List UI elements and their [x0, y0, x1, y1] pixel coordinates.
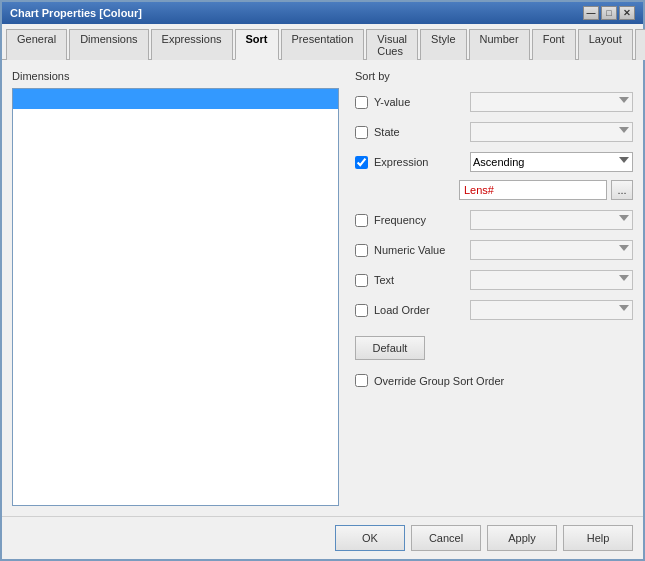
dimensions-label: Dimensions — [12, 70, 339, 82]
browse-button[interactable]: ... — [611, 180, 633, 200]
main-window: Chart Properties [Colour] — □ ✕ General … — [0, 0, 645, 561]
tab-content: Dimensions Sort by Y-value — [2, 60, 643, 516]
tab-caption[interactable]: Caption — [635, 29, 645, 60]
y-value-checkbox[interactable] — [355, 96, 368, 109]
apply-button[interactable]: Apply — [487, 525, 557, 551]
help-button[interactable]: Help — [563, 525, 633, 551]
dimensions-list[interactable] — [12, 88, 339, 506]
minimize-button[interactable]: — — [583, 6, 599, 20]
expression-label: Expression — [374, 156, 464, 168]
text-dropdown[interactable] — [470, 270, 633, 290]
text-checkbox[interactable] — [355, 274, 368, 287]
y-value-label: Y-value — [374, 96, 464, 108]
default-button[interactable]: Default — [355, 336, 425, 360]
footer: OK Cancel Apply Help — [2, 516, 643, 559]
expression-dropdown[interactable]: Ascending Descending — [470, 152, 633, 172]
sort-by-label: Sort by — [355, 70, 633, 82]
title-bar-buttons: — □ ✕ — [583, 6, 635, 20]
expression-input-row: ... — [459, 180, 633, 200]
load-order-dropdown[interactable] — [470, 300, 633, 320]
sort-row-state: State — [355, 122, 633, 142]
right-panel: Sort by Y-value State — [355, 70, 633, 506]
sort-row-frequency: Frequency — [355, 210, 633, 230]
frequency-dropdown[interactable] — [470, 210, 633, 230]
window-title: Chart Properties [Colour] — [10, 7, 142, 19]
sort-row-expression: Expression Ascending Descending — [355, 152, 633, 172]
tab-style[interactable]: Style — [420, 29, 466, 60]
expression-checkbox[interactable] — [355, 156, 368, 169]
title-bar: Chart Properties [Colour] — □ ✕ — [2, 2, 643, 24]
maximize-button[interactable]: □ — [601, 6, 617, 20]
tab-general[interactable]: General — [6, 29, 67, 60]
left-panel: Dimensions — [12, 70, 339, 506]
ok-button[interactable]: OK — [335, 525, 405, 551]
load-order-checkbox[interactable] — [355, 304, 368, 317]
close-button[interactable]: ✕ — [619, 6, 635, 20]
cancel-button[interactable]: Cancel — [411, 525, 481, 551]
tab-bar: General Dimensions Expressions Sort Pres… — [2, 24, 643, 60]
expression-input[interactable] — [459, 180, 607, 200]
override-row: Override Group Sort Order — [355, 374, 633, 387]
list-item[interactable] — [13, 89, 338, 109]
tab-sort[interactable]: Sort — [235, 29, 279, 60]
sort-row-numeric-value: Numeric Value — [355, 240, 633, 260]
numeric-value-label: Numeric Value — [374, 244, 464, 256]
tab-expressions[interactable]: Expressions — [151, 29, 233, 60]
load-order-label: Load Order — [374, 304, 464, 316]
y-value-dropdown[interactable] — [470, 92, 633, 112]
tab-visual-cues[interactable]: Visual Cues — [366, 29, 418, 60]
frequency-label: Frequency — [374, 214, 464, 226]
state-checkbox[interactable] — [355, 126, 368, 139]
state-dropdown[interactable] — [470, 122, 633, 142]
override-label: Override Group Sort Order — [374, 375, 504, 387]
tab-dimensions[interactable]: Dimensions — [69, 29, 148, 60]
sort-row-y-value: Y-value — [355, 92, 633, 112]
numeric-value-dropdown[interactable] — [470, 240, 633, 260]
sort-row-load-order: Load Order — [355, 300, 633, 320]
tab-font[interactable]: Font — [532, 29, 576, 60]
sort-row-text: Text — [355, 270, 633, 290]
frequency-checkbox[interactable] — [355, 214, 368, 227]
text-label: Text — [374, 274, 464, 286]
tab-layout[interactable]: Layout — [578, 29, 633, 60]
state-label: State — [374, 126, 464, 138]
override-checkbox[interactable] — [355, 374, 368, 387]
tab-number[interactable]: Number — [469, 29, 530, 60]
tab-presentation[interactable]: Presentation — [281, 29, 365, 60]
main-area: Dimensions Sort by Y-value — [12, 70, 633, 506]
numeric-value-checkbox[interactable] — [355, 244, 368, 257]
